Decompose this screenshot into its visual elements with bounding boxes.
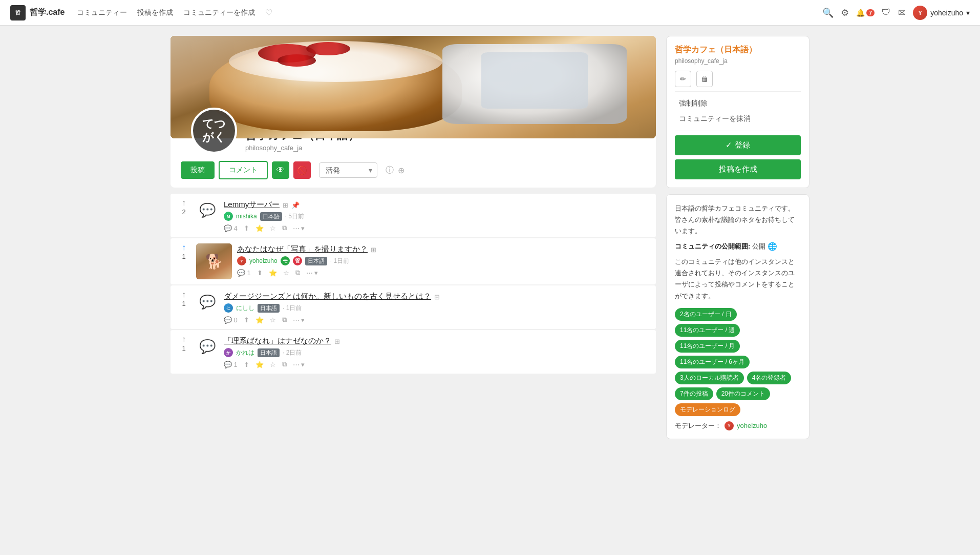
vote-count: 1: [182, 344, 185, 352]
copy-button[interactable]: ⧉: [282, 316, 287, 324]
stat-badge: 2名のユーザー / 日: [675, 308, 737, 321]
register-button[interactable]: ✓ 登録: [675, 135, 801, 155]
rss-icon[interactable]: ⊕: [398, 166, 404, 175]
visibility-label: コミュニティの公開範囲:: [675, 242, 750, 251]
community-banner: [171, 36, 656, 138]
moderator-link[interactable]: yoheizuho: [737, 422, 767, 429]
star-button[interactable]: ⭐: [269, 269, 277, 277]
site-logo[interactable]: 哲 哲学.cafe: [10, 5, 65, 20]
vote-column: ↑ 1: [177, 335, 191, 352]
mail-icon[interactable]: ✉: [898, 7, 906, 18]
community-tabs: 投稿 コメント 👁 🚫 活発 新着 人気 コメント数 ⓘ ⊕: [181, 161, 646, 179]
share-button[interactable]: ⬆: [257, 269, 263, 277]
nav-create-post[interactable]: 投稿を作成: [137, 8, 173, 17]
post-time: · 1日前: [283, 304, 302, 313]
share-button[interactable]: ⬆: [244, 361, 249, 368]
more-button[interactable]: ⋯ ▾: [293, 316, 305, 324]
comment-icon: 💬: [199, 202, 216, 218]
sidebar-desc-card: 日本語の哲学カフェコミュニティです。 皆さんの素朴な議論のネタをお待ちしています…: [666, 194, 809, 439]
post-body: Lemmyサーバー ⊞ 📌 M mishika 日本語 · 5日前 💬 4 ⬆ …: [224, 199, 650, 232]
community-icon: てつがく: [191, 108, 237, 154]
copy-button[interactable]: ⧉: [282, 360, 287, 368]
comment-thumbnail: 💬: [196, 291, 219, 313]
create-post-button[interactable]: 投稿を作成: [675, 159, 801, 179]
edit-button[interactable]: ✏: [675, 71, 691, 87]
post-time: · 1日前: [330, 257, 349, 265]
post-author[interactable]: にしし: [236, 304, 254, 313]
star-outline-button[interactable]: ☆: [283, 269, 289, 277]
more-button[interactable]: ⋯ ▾: [306, 269, 318, 277]
star-outline-button[interactable]: ☆: [270, 316, 276, 324]
star-button[interactable]: ⭐: [255, 361, 264, 368]
info-icon[interactable]: ⓘ: [386, 165, 394, 176]
post-author[interactable]: mishika: [236, 213, 257, 220]
share-button[interactable]: ⬆: [244, 316, 249, 324]
moderator-label: モデレーター：: [675, 421, 721, 430]
post-time: · 5日前: [285, 212, 304, 221]
modlog-badge[interactable]: モデレーションログ: [675, 403, 740, 416]
star-button[interactable]: ⭐: [255, 316, 264, 324]
eye-button[interactable]: 👁: [272, 161, 289, 179]
logo-icon: 哲: [10, 5, 26, 20]
gear-icon[interactable]: ⚙: [841, 7, 849, 18]
notification-bell[interactable]: 🔔 7: [856, 9, 875, 17]
post-item: ↑ 1 💬 「理系ばなれ」はナゼなのか？ ⊞ か かれは 日本語 · 2日前: [171, 330, 656, 374]
nav-create-community[interactable]: コミュニティーを作成: [183, 8, 255, 17]
tab-comments[interactable]: コメント: [219, 161, 268, 179]
post-title[interactable]: 「理系ばなれ」はナゼなのか？: [224, 335, 331, 346]
sort-wrapper: 活発 新着 人気 コメント数: [315, 162, 377, 178]
post-author[interactable]: かれは: [236, 348, 254, 357]
nav-community[interactable]: コミュニティー: [77, 8, 127, 17]
heart-icon[interactable]: ♡: [265, 8, 272, 17]
copy-button[interactable]: ⧉: [282, 224, 287, 232]
lang-badge: 日本語: [258, 348, 280, 357]
star-outline-button[interactable]: ☆: [270, 361, 276, 368]
upvote-button[interactable]: ↑: [182, 335, 186, 343]
post-title[interactable]: ダメージジーンズとは何か。新しいものを古く見せるとは？: [224, 291, 431, 301]
sort-select[interactable]: 活発 新着 人気 コメント数: [319, 162, 377, 178]
post-body: ダメージジーンズとは何か。新しいものを古く見せるとは？ ⊞ に にしし 日本語 …: [224, 291, 650, 324]
post-meta: に にしし 日本語 · 1日前: [224, 303, 650, 313]
lang-badge: 日本語: [258, 304, 280, 313]
comment-thumbnail: 💬: [196, 335, 219, 358]
vote-count: 2: [182, 208, 185, 216]
lang-badge: 日本語: [305, 257, 327, 265]
upvote-button[interactable]: ↑: [182, 291, 186, 299]
post-title[interactable]: あなたはなぜ「写真」を撮りますか？: [237, 243, 368, 254]
comment-count[interactable]: 💬 1: [224, 361, 238, 368]
post-title[interactable]: Lemmyサーバー: [224, 199, 280, 210]
share-button[interactable]: ⬆: [244, 224, 249, 232]
community-icon-text: てつがく: [202, 117, 226, 145]
comment-count[interactable]: 💬 4: [224, 224, 238, 232]
force-delete-item[interactable]: 強制削除: [675, 96, 801, 111]
author-avatar: か: [224, 348, 233, 357]
author-avatar: Y: [237, 256, 246, 265]
bell-icon: 🔔: [856, 9, 865, 17]
comment-count[interactable]: 💬 0: [224, 316, 238, 324]
stat-badge: 7件の投稿: [675, 387, 713, 400]
more-button[interactable]: ⋯ ▾: [293, 224, 305, 232]
post-body: 「理系ばなれ」はナゼなのか？ ⊞ か かれは 日本語 · 2日前 💬 1 ⬆ ⭐…: [224, 335, 650, 368]
copy-button[interactable]: ⧉: [295, 269, 300, 277]
post-author[interactable]: yoheizuho: [249, 257, 278, 264]
tab-posts[interactable]: 投稿: [181, 161, 215, 179]
post-meta: M mishika 日本語 · 5日前: [224, 212, 650, 221]
star-outline-button[interactable]: ☆: [270, 224, 276, 232]
shield-icon[interactable]: 🛡: [882, 7, 891, 18]
slash-button[interactable]: 🚫: [293, 161, 311, 179]
search-icon[interactable]: 🔍: [822, 7, 834, 18]
stat-badge: 20件のコメント: [716, 387, 770, 400]
moderator-avatar: Y: [725, 421, 734, 430]
user-menu[interactable]: Y yoheizuho ▾: [913, 6, 970, 20]
chevron-down-icon: ▾: [966, 9, 970, 17]
sidebar: 哲学カフェ（日本語） philosophy_cafe_ja ✏ 🗑 強制削除 コ…: [666, 36, 809, 439]
upvote-button[interactable]: ↑: [182, 199, 186, 207]
upvote-button[interactable]: ↑: [182, 243, 186, 252]
erase-community-item[interactable]: コミュニティーを抹消: [675, 111, 801, 127]
more-button[interactable]: ⋯ ▾: [293, 361, 305, 368]
delete-button[interactable]: 🗑: [696, 71, 713, 87]
stat-badge: 11名のユーザー / 週: [675, 324, 740, 337]
stat-badge: 11名のユーザー / 月: [675, 340, 740, 353]
star-button[interactable]: ⭐: [255, 224, 264, 232]
comment-count[interactable]: 💬 1: [237, 269, 251, 277]
